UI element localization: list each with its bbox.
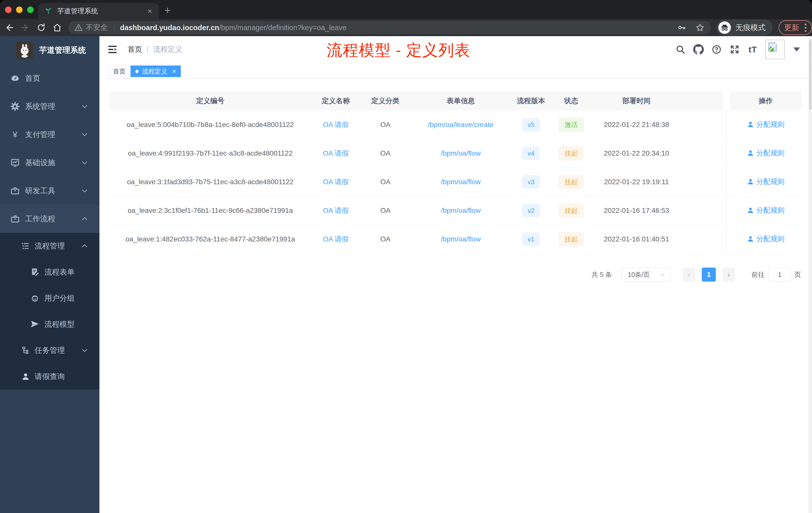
sidebar-item-label: 研发工具 (25, 186, 55, 196)
current-page-button[interactable]: 1 (702, 268, 716, 281)
version-badge: v1 (522, 233, 540, 246)
sidebar-item-label: 系统管理 (25, 101, 55, 112)
page-size-select[interactable]: 10条/页 (621, 268, 670, 281)
chevron-up-icon (81, 215, 88, 222)
fixed-column-divider (726, 111, 727, 253)
gear-icon (9, 102, 21, 111)
url-path: /bpm/manager/definition?key=oa_leave (219, 24, 347, 32)
col-header-deploy-time: 部署时间 (591, 91, 682, 111)
goto-page-input[interactable] (768, 268, 791, 281)
assign-rule-link[interactable]: 分配规则 (747, 177, 785, 186)
search-icon[interactable] (675, 44, 686, 55)
github-icon[interactable] (693, 44, 704, 55)
definition-name-link[interactable]: OA 请假 (323, 121, 349, 128)
window-close-button[interactable] (5, 6, 11, 13)
form-info-link[interactable]: /bpm/oa/flow (441, 207, 481, 214)
sidebar-item-task-management[interactable]: 任务管理 (0, 337, 99, 363)
sidebar-item-leave-query[interactable]: 请假查询 (0, 363, 99, 390)
tab-close-icon[interactable]: × (147, 7, 152, 15)
breadcrumb-current: 流程定义 (153, 44, 182, 55)
document-edit-icon (29, 268, 41, 276)
sidebar-item-dev-tools[interactable]: 研发工具 (0, 177, 99, 205)
assign-rule-link[interactable]: 分配规则 (747, 206, 785, 215)
font-size-icon[interactable]: tT (747, 44, 758, 55)
definition-name-link[interactable]: OA 请假 (323, 178, 349, 186)
chevron-down-icon (81, 346, 88, 354)
page-scrollbar[interactable] (809, 37, 812, 513)
avatar-dropdown-caret-icon (793, 48, 800, 52)
logo-image (16, 42, 33, 59)
tag-home[interactable]: 首页 (108, 65, 130, 77)
tag-close-icon[interactable]: × (172, 67, 176, 75)
pagination-total: 共 5 条 (591, 270, 612, 279)
definition-name-link[interactable]: OA 请假 (323, 207, 349, 214)
status-badge: 激活 (559, 118, 583, 132)
page-scrollbar-thumb[interactable] (809, 40, 812, 110)
yen-icon: ¥ (9, 130, 21, 140)
reload-button[interactable] (34, 21, 48, 35)
definition-name-link[interactable]: OA 请假 (323, 235, 349, 243)
sidebar-item-process-model[interactable]: 流程模型 (0, 311, 99, 337)
form-info-link[interactable]: /bpm/oa/flow (441, 235, 481, 243)
user-icon (747, 121, 754, 128)
cell-definition-id: oa_leave:3:1fad3d93-7b75-11ec-a3c8-acde4… (109, 168, 311, 196)
fullscreen-icon[interactable] (729, 44, 740, 55)
sidebar-item-infrastructure[interactable]: 基础设施 (0, 149, 99, 177)
cell-category: OA (360, 225, 410, 253)
definition-name-link[interactable]: OA 请假 (323, 149, 349, 157)
sidebar-item-user-group[interactable]: 用户分组 (0, 285, 99, 311)
col-header-definition-name: 定义名称 (311, 91, 360, 111)
app-window: 芋道管理系统 首页 系统管理 ¥ 支付管理 (0, 36, 812, 513)
table-row: oa_leave:5:004b710b-7b8a-11ec-8ef0-acde4… (109, 111, 802, 139)
dashboard-icon (9, 73, 21, 83)
browser-update-menu-button[interactable]: 更新 (779, 20, 812, 35)
back-button[interactable] (2, 21, 16, 35)
paper-plane-icon (29, 320, 41, 329)
status-badge: 挂起 (559, 232, 583, 246)
address-bar[interactable]: 不安全 dashboard.yudao.iocoder.cn/bpm/manag… (68, 21, 711, 34)
sidebar-item-home[interactable]: 首页 (0, 64, 99, 92)
forward-button[interactable] (18, 21, 32, 35)
tree-branch-icon (20, 346, 31, 355)
fixed-column-gap (723, 91, 730, 111)
sidebar-item-process-management[interactable]: 流程管理 (0, 233, 99, 259)
form-info-link[interactable]: /bpm/oa/leave/create (428, 121, 494, 128)
tags-view-bar: 首页 流程定义 × (99, 63, 812, 79)
window-zoom-button[interactable] (27, 6, 34, 13)
person-icon (20, 372, 31, 381)
avatar[interactable] (765, 40, 785, 59)
breadcrumb-home[interactable]: 首页 (127, 44, 142, 55)
assign-rule-link[interactable]: 分配规则 (747, 120, 785, 129)
home-button[interactable] (50, 21, 64, 35)
chevron-down-icon (81, 159, 88, 167)
chevron-down-icon (81, 187, 88, 194)
incognito-icon (718, 21, 731, 34)
col-header-definition-id: 定义编号 (109, 91, 311, 111)
key-icon[interactable] (677, 23, 686, 32)
sidebar-item-process-form[interactable]: 流程表单 (0, 259, 99, 285)
cell-deploy-time: 2022-01-22 20:34:10 (591, 139, 682, 168)
sidebar-item-workflow[interactable]: 工作流程 (0, 205, 99, 233)
assign-rule-link[interactable]: 分配规则 (747, 148, 785, 158)
sidebar-item-label: 任务管理 (35, 345, 65, 356)
next-page-button[interactable]: › (722, 268, 735, 281)
cell-deploy-time: 2022-01-16 01:40:51 (591, 225, 682, 253)
tag-process-definition[interactable]: 流程定义 × (130, 65, 181, 77)
cell-deploy-time: 2022-01-16 17:46:53 (591, 196, 682, 225)
help-icon[interactable] (711, 44, 722, 55)
prev-page-button[interactable]: ‹ (683, 268, 695, 281)
sidebar-toggle-icon[interactable] (107, 44, 118, 55)
sidebar-item-system-management[interactable]: 系统管理 (0, 92, 99, 120)
cell-category: OA (360, 196, 410, 225)
form-info-link[interactable]: /bpm/oa/flow (441, 178, 481, 186)
assign-rule-link[interactable]: 分配规则 (747, 234, 785, 244)
form-info-link[interactable]: /bpm/oa/flow (441, 149, 481, 157)
sidebar-item-payment-management[interactable]: ¥ 支付管理 (0, 120, 99, 149)
status-badge: 挂起 (559, 175, 583, 189)
browser-tab[interactable]: 芋道管理系统 × (38, 3, 159, 19)
new-tab-button[interactable]: + (165, 4, 171, 17)
bookmark-star-icon[interactable] (695, 23, 705, 32)
cell-category: OA (360, 139, 410, 168)
col-header-definition-category: 定义分类 (360, 91, 410, 111)
window-minimize-button[interactable] (16, 6, 23, 13)
